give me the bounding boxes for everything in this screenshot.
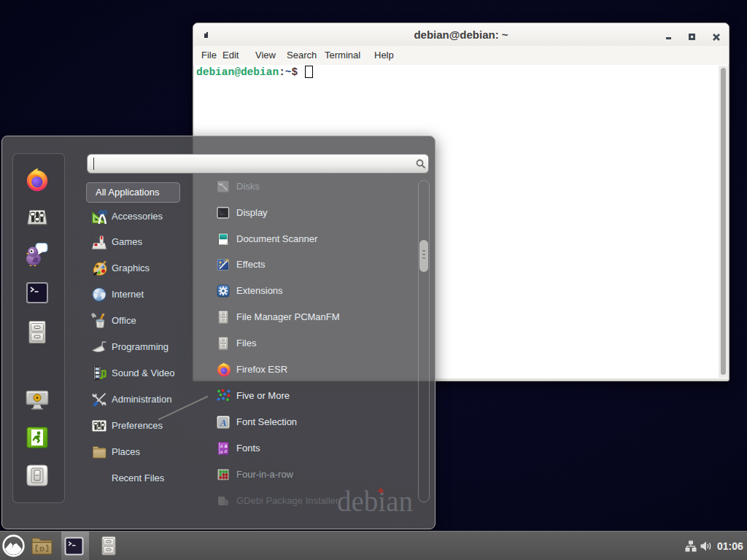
svg-text:D: D: [39, 545, 44, 553]
svg-text:a: a: [225, 448, 228, 454]
svg-text:A: A: [220, 417, 227, 428]
svg-text:a: a: [220, 448, 223, 455]
